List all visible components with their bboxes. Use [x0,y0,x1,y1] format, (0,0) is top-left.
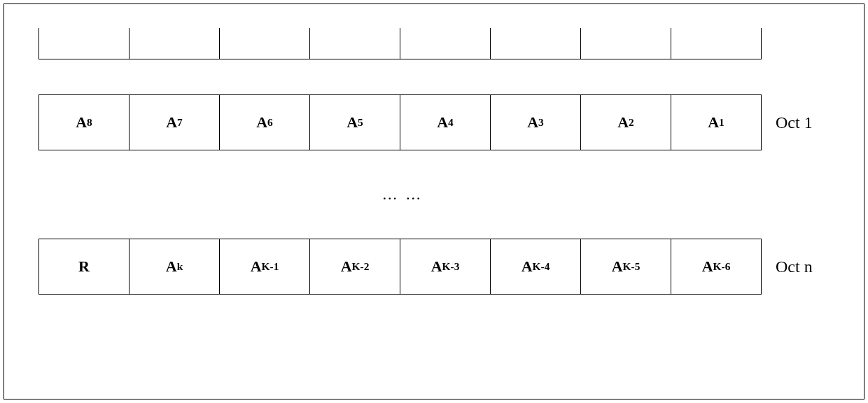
bit-cell: A1 [671,94,762,150]
bit-cell: Ak [129,239,220,295]
bit-sub: 2 [629,116,634,129]
bit-sub: K-1 [262,260,279,273]
diagram-content: A8 A7 A6 A5 A4 A3 A2 A1 Oct 1 … … R Ak A… [38,28,830,295]
row-label: Oct n [776,257,813,276]
bit-base: A [708,113,719,132]
bit-cell: AK-4 [490,239,581,295]
bit-base: A [612,257,623,276]
bit-sub: 1 [719,116,724,129]
bit-sub: K-3 [442,260,460,273]
bit-base: A [341,257,352,276]
bit-cell: A3 [490,94,581,150]
bit-base: A [166,113,177,132]
bit-cell: AK-6 [671,239,762,295]
bit-cell: A6 [219,94,310,150]
bit-cell: A2 [580,94,671,150]
bit-base: A [522,257,533,276]
bit-sub: 6 [267,116,273,129]
bit-cell: A4 [400,94,491,150]
bit-sub: K-6 [713,260,731,273]
bit-cell: A7 [129,94,220,150]
header-cell [219,28,310,59]
bit-base: R [78,257,90,276]
bit-sub: 3 [538,116,544,129]
bit-cell: AK-3 [400,239,491,295]
bit-sub: 8 [87,116,92,129]
bit-sub: 4 [448,116,454,129]
bit-sub: K-5 [623,260,640,273]
header-cell [309,28,400,59]
bit-base: A [166,257,177,276]
header-cell [400,28,491,59]
row-label: Oct 1 [776,113,813,132]
bit-base: A [256,113,267,132]
header-cell [129,28,220,59]
bit-base: A [76,113,87,132]
bit-base: A [346,113,358,132]
bit-cell: A5 [309,94,400,150]
bit-sub: k [177,260,183,273]
header-cell [580,28,671,59]
bit-cell: R [38,239,130,295]
bit-base: A [251,257,262,276]
bit-base: A [437,113,448,132]
header-row [38,28,830,59]
bit-cell: AK-1 [219,239,310,295]
bit-cell: AK-2 [309,239,400,295]
bit-cell: A8 [38,94,130,150]
header-cell [490,28,581,59]
bit-cell: AK-5 [580,239,671,295]
header-cell [671,28,762,59]
bit-base: A [431,257,442,276]
ellipsis: … … [38,185,766,204]
bit-sub: K-2 [352,260,370,273]
oct-1-row: A8 A7 A6 A5 A4 A3 A2 A1 Oct 1 [38,94,830,150]
bit-base: A [702,257,713,276]
bit-sub: K-4 [533,260,550,273]
bit-base: A [617,113,629,132]
oct-n-row: R Ak AK-1 AK-2 AK-3 AK-4 AK-5 AK-6 Oct n [38,239,830,295]
header-cell [38,28,130,59]
bit-sub: 5 [358,116,363,129]
bit-sub: 7 [177,116,183,129]
bit-base: A [527,113,538,132]
